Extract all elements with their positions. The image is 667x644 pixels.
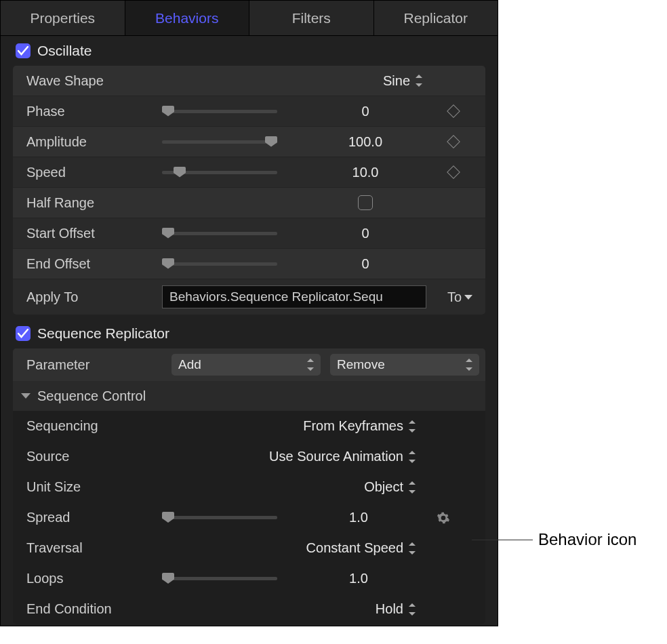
end-condition-row: End Condition Hold — [13, 594, 485, 624]
spread-row: Spread 1.0 — [13, 502, 485, 533]
disclosure-triangle-icon — [21, 393, 31, 399]
end-offset-slider[interactable] — [162, 257, 304, 270]
phase-row: Phase 0 — [13, 96, 485, 127]
tab-filters[interactable]: Filters — [249, 1, 374, 35]
amplitude-row: Amplitude 100.0 — [13, 127, 485, 157]
tab-properties[interactable]: Properties — [1, 1, 125, 35]
oscillate-checkbox[interactable] — [16, 43, 31, 58]
end-condition-dropdown[interactable]: Hold — [162, 601, 420, 617]
oscillate-header: Oscillate — [1, 36, 498, 66]
sequencing-dropdown[interactable]: From Keyframes — [162, 418, 420, 434]
loops-row: Loops 1.0 — [13, 563, 485, 594]
callout: Behavior icon — [472, 530, 636, 549]
traversal-row: Traversal Constant Speed — [13, 533, 485, 563]
updown-icon — [464, 359, 472, 371]
half-range-label: Half Range — [26, 195, 162, 211]
half-range-checkbox[interactable] — [358, 195, 373, 210]
source-dropdown[interactable]: Use Source Animation — [162, 449, 420, 464]
tab-behaviors[interactable]: Behaviors — [125, 1, 250, 35]
callout-line — [472, 540, 533, 540]
updown-icon — [407, 542, 416, 555]
updown-icon — [306, 359, 314, 371]
amplitude-value[interactable]: 100.0 — [304, 134, 426, 150]
phase-value[interactable]: 0 — [304, 104, 426, 119]
start-offset-value[interactable]: 0 — [304, 226, 426, 241]
speed-label: Speed — [26, 165, 162, 180]
start-offset-row: Start Offset 0 — [13, 218, 485, 249]
phase-keyframe-icon[interactable] — [447, 104, 460, 118]
end-offset-label: End Offset — [26, 256, 162, 272]
loops-value[interactable]: 1.0 — [298, 571, 420, 586]
end-offset-value[interactable]: 0 — [304, 256, 426, 272]
speed-value[interactable]: 10.0 — [304, 165, 426, 180]
sequencing-row: Sequencing From Keyframes — [13, 411, 485, 441]
amplitude-keyframe-icon[interactable] — [447, 135, 460, 148]
apply-to-button[interactable]: To — [426, 289, 481, 305]
updown-icon — [407, 481, 416, 494]
sequence-replicator-checkbox[interactable] — [16, 326, 31, 341]
sequence-replicator-header: Sequence Replicator — [1, 319, 498, 348]
source-row: Source Use Source Animation — [13, 441, 485, 472]
traversal-label: Traversal — [26, 540, 162, 556]
half-range-row: Half Range — [13, 188, 485, 218]
apply-to-label: Apply To — [26, 289, 162, 305]
speed-slider[interactable] — [162, 165, 304, 179]
gear-icon[interactable] — [437, 511, 450, 525]
sequence-control-disclosure[interactable]: Sequence Control — [13, 381, 485, 411]
source-label: Source — [26, 449, 162, 464]
oscillate-title: Oscillate — [37, 43, 92, 59]
parameter-row: Parameter Add Remove — [13, 348, 485, 381]
updown-icon — [407, 603, 416, 616]
updown-icon — [407, 420, 416, 432]
sequence-control-rows: Sequencing From Keyframes Source Use Sou… — [13, 411, 485, 624]
amplitude-label: Amplitude — [26, 134, 162, 150]
apply-to-field[interactable]: Behaviors.Sequence Replicator.Sequ — [162, 285, 426, 308]
add-dropdown[interactable]: Add — [171, 354, 321, 376]
inspector-panel: Properties Behaviors Filters Replicator … — [0, 0, 498, 626]
unit-size-dropdown[interactable]: Object — [162, 479, 420, 495]
phase-slider[interactable] — [162, 104, 304, 118]
oscillate-group: Wave Shape Sine Phase 0 Amplitude 100.0 — [13, 66, 485, 315]
updown-icon — [414, 75, 422, 87]
speed-keyframe-icon[interactable] — [447, 165, 460, 179]
wave-shape-dropdown[interactable]: Sine — [304, 73, 426, 89]
unit-size-label: Unit Size — [26, 479, 162, 495]
tab-replicator[interactable]: Replicator — [374, 1, 498, 35]
remove-dropdown[interactable]: Remove — [330, 354, 479, 376]
phase-label: Phase — [26, 104, 162, 119]
start-offset-label: Start Offset — [26, 226, 162, 241]
sequencing-label: Sequencing — [26, 418, 162, 434]
wave-shape-row: Wave Shape Sine — [13, 66, 485, 96]
amplitude-slider[interactable] — [162, 135, 304, 148]
loops-label: Loops — [26, 571, 162, 586]
spread-value[interactable]: 1.0 — [298, 510, 420, 525]
spread-label: Spread — [26, 510, 162, 525]
wave-shape-label: Wave Shape — [26, 73, 162, 89]
spread-slider[interactable] — [162, 511, 298, 525]
callout-text: Behavior icon — [538, 530, 636, 549]
chevron-down-icon — [464, 295, 472, 300]
sequence-replicator-title: Sequence Replicator — [37, 325, 169, 342]
loops-slider[interactable] — [162, 572, 298, 586]
parameter-label: Parameter — [26, 357, 162, 373]
tab-bar: Properties Behaviors Filters Replicator — [1, 1, 498, 36]
start-offset-slider[interactable] — [162, 226, 304, 240]
updown-icon — [407, 451, 416, 463]
sequence-replicator-group: Parameter Add Remove Sequence Control Se… — [13, 348, 485, 624]
end-condition-label: End Condition — [26, 601, 162, 617]
traversal-dropdown[interactable]: Constant Speed — [162, 540, 420, 556]
speed-row: Speed 10.0 — [13, 157, 485, 188]
unit-size-row: Unit Size Object — [13, 472, 485, 502]
end-offset-row: End Offset 0 — [13, 249, 485, 279]
apply-to-row: Apply To Behaviors.Sequence Replicator.S… — [13, 279, 485, 315]
